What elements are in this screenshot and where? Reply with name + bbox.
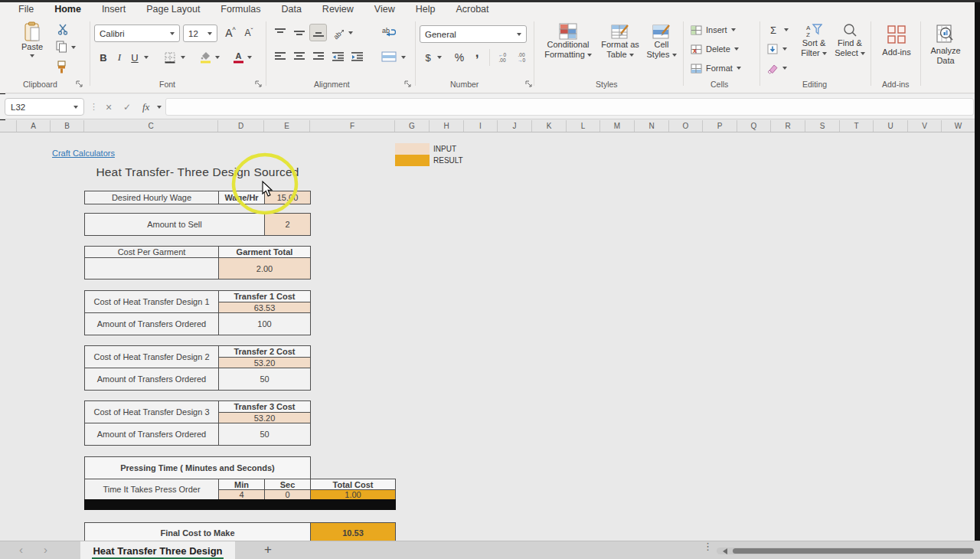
font-name-combo[interactable]: Calibri: [94, 25, 180, 42]
column-header-S[interactable]: S: [805, 120, 840, 132]
column-header-V[interactable]: V: [908, 120, 942, 132]
transfer2-amount-cell[interactable]: 50: [218, 368, 311, 391]
tab-page-layout[interactable]: Page Layout: [145, 3, 201, 15]
fill-dropdown-icon[interactable]: [782, 47, 787, 51]
font-size-combo[interactable]: 12: [183, 25, 217, 42]
transfer2-cost-cell[interactable]: 53.20: [218, 357, 311, 368]
total-cost-header-cell[interactable]: Total Cost: [310, 479, 396, 490]
garment-header-cell[interactable]: Garment Total: [218, 246, 311, 258]
scroll-left-icon[interactable]: [723, 548, 727, 554]
pressing-title-cell[interactable]: Pressing Time ( Minutes and Seconds): [84, 456, 311, 479]
decrease-indent-button[interactable]: [330, 49, 345, 64]
formula-bar-handle[interactable]: ⋮: [90, 98, 98, 116]
transfer2-label-cell[interactable]: Cost of Heat Transfer Design 2: [84, 345, 219, 368]
format-painter-button[interactable]: [54, 60, 69, 74]
paste-button[interactable]: Paste: [14, 21, 51, 57]
bottom-align-button[interactable]: [309, 24, 327, 41]
grow-font-button[interactable]: A^: [222, 25, 239, 41]
transfer3-amount-cell[interactable]: 50: [218, 423, 311, 446]
tab-formulas[interactable]: Formulas: [219, 3, 262, 15]
alignment-dialog-launcher-icon[interactable]: [404, 80, 412, 88]
min-value-cell[interactable]: 4: [218, 489, 265, 500]
comma-style-button[interactable]: ,: [472, 44, 482, 61]
horizontal-scrollbar-thumb[interactable]: [733, 548, 974, 554]
column-header-I[interactable]: I: [464, 120, 498, 132]
cancel-button[interactable]: ×: [106, 98, 112, 116]
number-dialog-launcher-icon[interactable]: [525, 80, 533, 88]
final-cost-label-cell[interactable]: Final Cost to Make: [84, 522, 311, 541]
italic-button[interactable]: I: [114, 49, 125, 66]
column-header-R[interactable]: R: [771, 120, 805, 132]
column-header-H[interactable]: H: [430, 120, 464, 132]
column-header-L[interactable]: L: [567, 120, 600, 132]
conditional-formatting-button[interactable]: Conditional Formatting: [541, 23, 595, 60]
underline-button[interactable]: U: [129, 49, 141, 66]
format-as-table-button[interactable]: Format as Table: [599, 23, 642, 60]
new-sheet-button[interactable]: +: [264, 542, 272, 557]
top-align-button[interactable]: [273, 25, 288, 41]
merge-center-dropdown-icon[interactable]: [401, 56, 406, 59]
wrap-text-button[interactable]: ab: [380, 24, 398, 41]
transfer1-cost-cell[interactable]: 63.53: [218, 302, 311, 313]
middle-align-button[interactable]: [292, 25, 307, 41]
font-color-button[interactable]: A: [231, 49, 245, 66]
name-box-dropdown-icon[interactable]: [74, 106, 78, 109]
clipboard-dialog-launcher-icon[interactable]: [76, 80, 83, 88]
total-cost-value-cell[interactable]: 1.00: [310, 489, 396, 500]
tab-view[interactable]: View: [373, 3, 397, 15]
copy-dropdown-icon[interactable]: [71, 46, 76, 49]
column-header-O[interactable]: O: [669, 120, 703, 132]
column-header-F[interactable]: F: [310, 120, 395, 132]
align-left-button[interactable]: [273, 49, 288, 64]
craft-calculators-link[interactable]: Craft Calculators: [52, 149, 115, 158]
column-header-W[interactable]: W: [942, 120, 975, 132]
final-cost-value-cell[interactable]: 10.53: [310, 522, 396, 541]
wage-value-cell[interactable]: 15.00: [264, 191, 311, 204]
enter-button[interactable]: ✓: [123, 98, 131, 116]
tab-review[interactable]: Review: [321, 3, 355, 15]
tab-acrobat[interactable]: Acrobat: [454, 3, 490, 15]
currency-dropdown-icon[interactable]: [437, 56, 442, 59]
align-center-button[interactable]: [292, 49, 307, 64]
add-ins-button[interactable]: Add-ins: [875, 25, 918, 57]
merge-center-button[interactable]: [379, 49, 399, 64]
transfer3-header-cell[interactable]: Transfer 3 Cost: [218, 400, 311, 413]
bold-button[interactable]: B: [96, 49, 110, 66]
sec-value-cell[interactable]: 0: [264, 489, 311, 500]
wage-unit-cell[interactable]: Wage/Hr: [218, 191, 265, 204]
clear-dropdown-icon[interactable]: [782, 67, 787, 70]
shrink-font-button[interactable]: Aˇ: [240, 25, 257, 41]
transfer2-amount-label-cell[interactable]: Amount of Transfers Ordered: [84, 368, 219, 391]
transfer3-cost-cell[interactable]: 53.20: [218, 412, 311, 423]
prev-sheet-button[interactable]: ‹: [19, 543, 23, 556]
increase-indent-button[interactable]: [349, 49, 364, 64]
fill-color-dropdown-icon[interactable]: [215, 56, 220, 59]
orientation-button[interactable]: ab: [331, 25, 346, 41]
column-header-E[interactable]: E: [264, 120, 310, 132]
currency-button[interactable]: $: [422, 49, 434, 66]
find-select-button[interactable]: Find & Select: [833, 23, 867, 58]
transfer1-amount-label-cell[interactable]: Amount of Transfers Ordered: [84, 312, 219, 335]
column-header-M[interactable]: M: [600, 120, 635, 132]
formula-input[interactable]: [165, 98, 974, 116]
tab-insert[interactable]: Insert: [100, 3, 127, 15]
fill-color-button[interactable]: [198, 49, 213, 66]
column-header-D[interactable]: D: [218, 120, 264, 132]
garment-label-cell[interactable]: Cost Per Garment: [84, 246, 219, 258]
column-header-J[interactable]: J: [498, 120, 532, 132]
underline-dropdown-icon[interactable]: [144, 56, 149, 59]
fx-dropdown-icon[interactable]: [157, 106, 162, 109]
increase-decimal-button[interactable]: ←0.00: [494, 49, 511, 66]
select-all-corner[interactable]: [0, 120, 17, 132]
column-header-Q[interactable]: Q: [737, 120, 771, 132]
column-header-C[interactable]: C: [84, 120, 218, 132]
garment-empty-cell[interactable]: [84, 257, 219, 280]
transfer3-amount-label-cell[interactable]: Amount of Transfers Ordered: [84, 423, 219, 446]
insert-cells-button[interactable]: Insert: [691, 23, 736, 37]
format-cells-button[interactable]: Format: [691, 61, 741, 75]
cut-button[interactable]: [55, 23, 70, 35]
tab-home[interactable]: Home: [53, 3, 83, 15]
amount-to-sell-value-cell[interactable]: 2: [264, 213, 311, 236]
tab-file[interactable]: File: [17, 3, 35, 15]
delete-cells-button[interactable]: x Delete: [691, 42, 739, 56]
